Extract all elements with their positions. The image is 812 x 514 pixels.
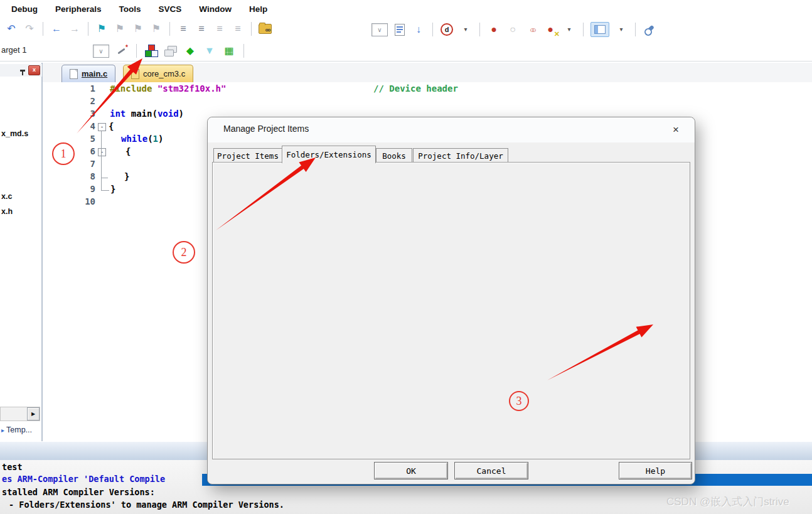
- code-line: #include "stm32f10x.h": [110, 83, 226, 96]
- disable-all-breakpoints-icon[interactable]: ○○: [525, 23, 538, 36]
- tab-label: core_cm3.c: [143, 69, 185, 78]
- menu-tools[interactable]: Tools: [119, 4, 141, 14]
- line-number: 2: [43, 96, 95, 106]
- menu-help[interactable]: Help: [249, 4, 267, 14]
- manage-project-items-icon[interactable]: [144, 44, 158, 58]
- configure-target-wand-icon[interactable]: *: [115, 44, 129, 58]
- tab-folders-extensions[interactable]: Folders/Extensions: [282, 146, 376, 163]
- output-line: test: [2, 462, 23, 472]
- target-select-value[interactable]: arget 1: [1, 45, 26, 55]
- fold-guide-tick: [101, 190, 109, 191]
- undo-icon[interactable]: ↶: [4, 22, 18, 36]
- fold-toggle[interactable]: -: [98, 123, 106, 131]
- tab-main-c[interactable]: main.c: [61, 65, 115, 82]
- menu-svcs[interactable]: SVCS: [159, 4, 182, 14]
- multi-project-icon[interactable]: [164, 44, 178, 58]
- line-number: 10: [43, 196, 95, 206]
- output-line-highlighted: es ARM-Compiler 'Default Compile: [2, 474, 165, 484]
- project-tree-item[interactable]: x.c: [1, 192, 12, 201]
- code-line: while(1): [121, 134, 163, 146]
- panel-close-icon[interactable]: x: [28, 65, 40, 75]
- pin-icon[interactable]: [20, 70, 25, 72]
- lint-document-icon[interactable]: [393, 23, 407, 36]
- code-line: {: [126, 146, 131, 159]
- navigate-back-icon[interactable]: ←: [50, 22, 63, 36]
- line-number: 4: [43, 121, 95, 131]
- manage-rte-icon[interactable]: ▦: [222, 44, 236, 58]
- toolbar-separator: [243, 44, 244, 58]
- cancel-button[interactable]: Cancel: [454, 462, 528, 479]
- line-number: 8: [43, 171, 95, 181]
- select-software-packs-icon[interactable]: ◆: [183, 44, 197, 58]
- window-layout-icon[interactable]: [590, 22, 609, 37]
- kill-all-breakpoints-icon[interactable]: ●✕: [543, 23, 557, 36]
- tab-content-frame: [212, 162, 690, 459]
- tab-project-info-layer[interactable]: Project Info/Layer: [413, 148, 508, 163]
- insert-bookmark-icon[interactable]: ⚑: [95, 22, 109, 36]
- ok-button[interactable]: OK: [374, 462, 448, 479]
- project-panel: x x_md.s x.c x.h ▶ ▸ Temp...: [0, 63, 43, 441]
- templates-tab-label: Temp...: [6, 426, 32, 434]
- configure-tools-wrench-icon[interactable]: [643, 23, 656, 36]
- comment-icon[interactable]: ≡: [213, 22, 227, 36]
- file-icon: [131, 69, 139, 79]
- tab-books[interactable]: Books: [376, 148, 412, 163]
- dialog-close-icon[interactable]: ×: [668, 122, 683, 137]
- output-line: - Folders/Extensions' to manage ARM Comp…: [9, 500, 284, 510]
- navigate-forward-icon[interactable]: →: [68, 22, 82, 36]
- dialog-title: Manage Project Items: [223, 124, 309, 134]
- annotation-circle-2: 2: [173, 241, 195, 264]
- file-icon: [70, 69, 78, 79]
- indent-icon[interactable]: ≡: [176, 22, 190, 36]
- project-tree-item[interactable]: x_md.s: [1, 129, 28, 138]
- help-button[interactable]: Help: [619, 462, 692, 479]
- menu-debug[interactable]: Debug: [11, 4, 38, 14]
- disable-breakpoint-icon[interactable]: ○: [506, 23, 520, 36]
- expression-dropdown[interactable]: ∨: [371, 23, 388, 36]
- scroll-right-arrow[interactable]: ▶: [27, 407, 40, 420]
- redo-icon[interactable]: ↷: [23, 22, 36, 36]
- prev-bookmark-icon[interactable]: ⚑: [113, 22, 127, 36]
- tab-project-items[interactable]: Project Items: [213, 148, 282, 163]
- target-dropdown-arrow[interactable]: ∨: [93, 45, 109, 58]
- insert-breakpoint-icon[interactable]: ●: [487, 23, 501, 36]
- fold-toggle[interactable]: -: [98, 148, 106, 156]
- dialog-title-bar[interactable]: Manage Project Items ×: [208, 117, 695, 142]
- tab-core-cm3-c[interactable]: core_cm3.c: [123, 65, 193, 82]
- horizontal-scrollbar[interactable]: ▶: [0, 407, 40, 421]
- code-line: int main(void): [110, 109, 184, 121]
- next-bookmark-icon[interactable]: ⚑: [131, 22, 145, 36]
- clear-bookmarks-icon[interactable]: ⚑: [149, 22, 163, 36]
- menu-peripherals[interactable]: Peripherals: [55, 4, 102, 14]
- debug-session-icon[interactable]: d: [440, 23, 454, 36]
- toolbar-separator: [88, 22, 88, 36]
- code-line: }: [110, 184, 115, 196]
- build-toolbar: arget 1 ∨ * ◆ ▼ ▦: [0, 40, 812, 62]
- toolbar-separator: [583, 23, 584, 36]
- output-line: stalled ARM Compiler Versions:: [2, 487, 155, 497]
- line-number: 9: [43, 184, 95, 194]
- project-tree-item[interactable]: x.h: [1, 207, 13, 216]
- debug-dropdown-arrow[interactable]: ▾: [459, 23, 473, 36]
- csdn-watermark: CSDN @嵌入式入门strive: [666, 495, 789, 509]
- unindent-icon[interactable]: ≡: [195, 22, 208, 36]
- fold-guide-tick: [101, 178, 108, 178]
- code-line: {: [109, 121, 114, 134]
- toolbar-separator: [251, 22, 252, 36]
- menu-window[interactable]: Window: [199, 4, 232, 14]
- find-in-files-icon[interactable]: oo: [258, 22, 272, 36]
- breakpoint-dropdown-arrow[interactable]: ▾: [562, 23, 576, 36]
- editor-tab-bar: main.c core_cm3.c: [43, 63, 812, 83]
- menu-bar: Debug Peripherals Tools SVCS Window Help: [0, 0, 812, 18]
- toolbar-separator: [169, 22, 170, 36]
- uncomment-icon[interactable]: ≡: [231, 22, 245, 36]
- templates-icon: ▸: [1, 427, 4, 434]
- pack-installer-icon[interactable]: ▼: [203, 44, 216, 58]
- templates-panel-tab[interactable]: ▸ Temp...: [1, 426, 32, 434]
- code-comment: // Device header: [373, 83, 458, 96]
- find-next-icon[interactable]: ↓: [412, 23, 425, 36]
- code-line: }: [124, 171, 129, 184]
- toolbar-separator: [43, 22, 43, 36]
- layout-dropdown-arrow[interactable]: ▾: [614, 23, 628, 36]
- project-panel-header: x: [0, 64, 42, 77]
